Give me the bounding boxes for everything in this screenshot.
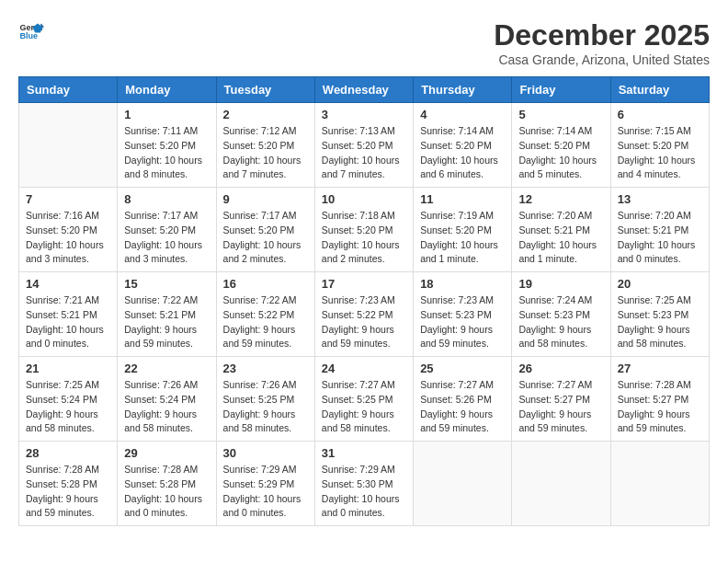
calendar-cell: 10Sunrise: 7:18 AMSunset: 5:20 PMDayligh… (314, 188, 413, 272)
cell-content: Sunrise: 7:24 AMSunset: 5:23 PMDaylight:… (518, 293, 603, 351)
cell-content: Sunrise: 7:22 AMSunset: 5:21 PMDaylight:… (124, 293, 209, 351)
col-sunday: Sunday (19, 77, 118, 103)
cell-content: Sunrise: 7:26 AMSunset: 5:25 PMDaylight:… (223, 378, 308, 436)
day-number: 26 (518, 362, 603, 375)
day-number: 20 (618, 277, 702, 291)
cell-content: Sunrise: 7:28 AMSunset: 5:28 PMDaylight:… (124, 463, 209, 521)
cell-content: Sunrise: 7:25 AMSunset: 5:24 PMDaylight:… (26, 378, 110, 436)
day-number: 11 (420, 192, 505, 206)
day-number: 16 (223, 277, 308, 291)
cell-content: Sunrise: 7:26 AMSunset: 5:24 PMDaylight:… (124, 378, 209, 436)
cell-content: Sunrise: 7:28 AMSunset: 5:28 PMDaylight:… (26, 463, 110, 521)
day-number: 1 (124, 108, 209, 121)
calendar-cell: 12Sunrise: 7:20 AMSunset: 5:21 PMDayligh… (512, 188, 610, 272)
calendar-cell: 14Sunrise: 7:21 AMSunset: 5:21 PMDayligh… (19, 272, 118, 357)
cell-content: Sunrise: 7:29 AMSunset: 5:29 PMDaylight:… (223, 463, 308, 521)
day-number: 25 (420, 362, 505, 375)
calendar-week-1: 7Sunrise: 7:16 AMSunset: 5:20 PMDaylight… (19, 188, 710, 272)
cell-content: Sunrise: 7:21 AMSunset: 5:21 PMDaylight:… (26, 293, 110, 351)
calendar-cell: 4Sunrise: 7:14 AMSunset: 5:20 PMDaylight… (414, 103, 512, 188)
calendar-cell: 9Sunrise: 7:17 AMSunset: 5:20 PMDaylight… (216, 188, 314, 272)
day-number: 2 (223, 108, 308, 121)
day-number: 10 (322, 192, 406, 206)
calendar-cell: 27Sunrise: 7:28 AMSunset: 5:27 PMDayligh… (610, 357, 709, 442)
cell-content: Sunrise: 7:28 AMSunset: 5:27 PMDaylight:… (618, 378, 702, 436)
day-number: 13 (618, 192, 702, 206)
cell-content: Sunrise: 7:14 AMSunset: 5:20 PMDaylight:… (518, 124, 603, 182)
cell-content: Sunrise: 7:23 AMSunset: 5:22 PMDaylight:… (322, 293, 406, 351)
day-number: 15 (124, 277, 209, 291)
calendar-cell: 13Sunrise: 7:20 AMSunset: 5:21 PMDayligh… (610, 188, 709, 272)
month-year: December 2025 (494, 18, 710, 52)
calendar-week-2: 14Sunrise: 7:21 AMSunset: 5:21 PMDayligh… (19, 272, 710, 357)
logo-icon: General Blue (18, 18, 44, 44)
calendar-cell (610, 442, 709, 526)
calendar-cell: 17Sunrise: 7:23 AMSunset: 5:22 PMDayligh… (314, 272, 413, 357)
calendar-cell: 1Sunrise: 7:11 AMSunset: 5:20 PMDaylight… (118, 103, 216, 188)
cell-content: Sunrise: 7:16 AMSunset: 5:20 PMDaylight:… (26, 209, 110, 267)
calendar-cell: 3Sunrise: 7:13 AMSunset: 5:20 PMDaylight… (314, 103, 413, 188)
calendar-cell: 19Sunrise: 7:24 AMSunset: 5:23 PMDayligh… (512, 272, 610, 357)
cell-content: Sunrise: 7:22 AMSunset: 5:22 PMDaylight:… (223, 293, 308, 351)
calendar-cell: 7Sunrise: 7:16 AMSunset: 5:20 PMDaylight… (19, 188, 118, 272)
day-number: 24 (322, 362, 406, 375)
cell-content: Sunrise: 7:17 AMSunset: 5:20 PMDaylight:… (223, 209, 308, 267)
col-wednesday: Wednesday (314, 77, 413, 103)
calendar-cell: 28Sunrise: 7:28 AMSunset: 5:28 PMDayligh… (19, 442, 118, 526)
day-number: 28 (26, 446, 110, 460)
calendar-cell: 11Sunrise: 7:19 AMSunset: 5:20 PMDayligh… (414, 188, 512, 272)
day-number: 23 (223, 362, 308, 375)
col-tuesday: Tuesday (216, 77, 314, 103)
cell-content: Sunrise: 7:18 AMSunset: 5:20 PMDaylight:… (322, 209, 406, 267)
cell-content: Sunrise: 7:11 AMSunset: 5:20 PMDaylight:… (124, 124, 209, 182)
day-number: 29 (124, 446, 209, 460)
cell-content: Sunrise: 7:17 AMSunset: 5:20 PMDaylight:… (124, 209, 209, 267)
calendar-cell: 23Sunrise: 7:26 AMSunset: 5:25 PMDayligh… (216, 357, 314, 442)
calendar-week-0: 1Sunrise: 7:11 AMSunset: 5:20 PMDaylight… (19, 103, 710, 188)
page-container: General Blue December 2025 Casa Grande, … (18, 18, 710, 526)
cell-content: Sunrise: 7:27 AMSunset: 5:25 PMDaylight:… (322, 378, 406, 436)
cell-content: Sunrise: 7:12 AMSunset: 5:20 PMDaylight:… (223, 124, 308, 182)
cell-content: Sunrise: 7:29 AMSunset: 5:30 PMDaylight:… (322, 463, 406, 521)
col-saturday: Saturday (610, 77, 709, 103)
calendar-week-4: 28Sunrise: 7:28 AMSunset: 5:28 PMDayligh… (19, 442, 710, 526)
cell-content: Sunrise: 7:27 AMSunset: 5:26 PMDaylight:… (420, 378, 505, 436)
cell-content: Sunrise: 7:15 AMSunset: 5:20 PMDaylight:… (618, 124, 702, 182)
cell-content: Sunrise: 7:20 AMSunset: 5:21 PMDaylight:… (618, 209, 702, 267)
calendar-cell: 30Sunrise: 7:29 AMSunset: 5:29 PMDayligh… (216, 442, 314, 526)
day-number: 7 (26, 192, 110, 206)
cell-content: Sunrise: 7:27 AMSunset: 5:27 PMDaylight:… (518, 378, 603, 436)
title-section: December 2025 Casa Grande, Arizona, Unit… (494, 18, 710, 67)
calendar-table: Sunday Monday Tuesday Wednesday Thursday… (18, 76, 710, 526)
day-number: 8 (124, 192, 209, 206)
day-number: 4 (420, 108, 505, 121)
day-number: 3 (322, 108, 406, 121)
day-number: 19 (518, 277, 603, 291)
calendar-cell: 24Sunrise: 7:27 AMSunset: 5:25 PMDayligh… (314, 357, 413, 442)
calendar-cell (414, 442, 512, 526)
day-number: 22 (124, 362, 209, 375)
calendar-cell: 6Sunrise: 7:15 AMSunset: 5:20 PMDaylight… (610, 103, 709, 188)
day-number: 27 (618, 362, 702, 375)
day-number: 6 (618, 108, 702, 121)
cell-content: Sunrise: 7:25 AMSunset: 5:23 PMDaylight:… (618, 293, 702, 351)
col-friday: Friday (512, 77, 610, 103)
calendar-cell: 5Sunrise: 7:14 AMSunset: 5:20 PMDaylight… (512, 103, 610, 188)
cell-content: Sunrise: 7:13 AMSunset: 5:20 PMDaylight:… (322, 124, 406, 182)
calendar-cell: 18Sunrise: 7:23 AMSunset: 5:23 PMDayligh… (414, 272, 512, 357)
cell-content: Sunrise: 7:14 AMSunset: 5:20 PMDaylight:… (420, 124, 505, 182)
cell-content: Sunrise: 7:23 AMSunset: 5:23 PMDaylight:… (420, 293, 505, 351)
calendar-cell: 20Sunrise: 7:25 AMSunset: 5:23 PMDayligh… (610, 272, 709, 357)
calendar-cell: 21Sunrise: 7:25 AMSunset: 5:24 PMDayligh… (19, 357, 118, 442)
calendar-cell: 25Sunrise: 7:27 AMSunset: 5:26 PMDayligh… (414, 357, 512, 442)
location: Casa Grande, Arizona, United States (494, 52, 710, 67)
calendar-cell: 29Sunrise: 7:28 AMSunset: 5:28 PMDayligh… (118, 442, 216, 526)
day-number: 30 (223, 446, 308, 460)
day-number: 18 (420, 277, 505, 291)
calendar-cell: 22Sunrise: 7:26 AMSunset: 5:24 PMDayligh… (118, 357, 216, 442)
calendar-cell: 16Sunrise: 7:22 AMSunset: 5:22 PMDayligh… (216, 272, 314, 357)
day-number: 5 (518, 108, 603, 121)
day-number: 17 (322, 277, 406, 291)
cell-content: Sunrise: 7:20 AMSunset: 5:21 PMDaylight:… (518, 209, 603, 267)
calendar-week-3: 21Sunrise: 7:25 AMSunset: 5:24 PMDayligh… (19, 357, 710, 442)
